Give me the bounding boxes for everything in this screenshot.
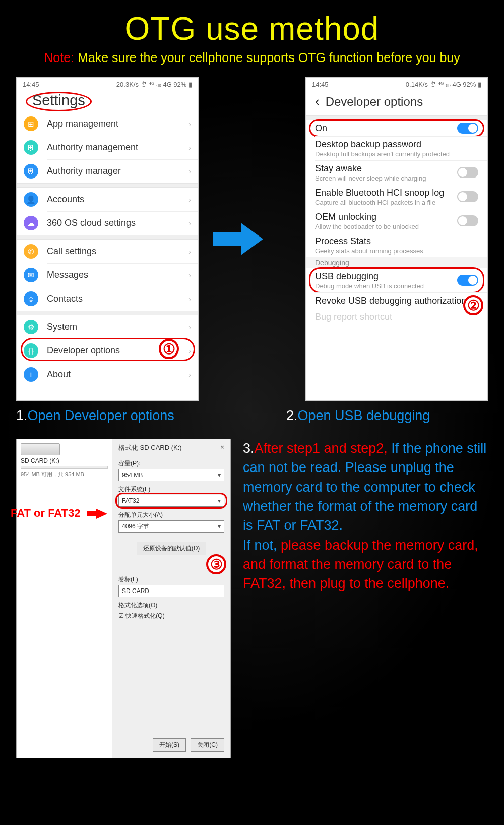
status-right: 0.14K/s ⏱ ⁴ᴳ ₍ₗₗ₎ 4G 92% ▮ [406,81,481,88]
quick-format-checkbox[interactable]: ☑ 快速格式化(Q) [118,612,224,620]
row-main: Revoke USB debugging authorizations [315,296,478,306]
dev-row[interactable]: Bug report shortcut [306,309,487,325]
row-icon: ⚙ [24,320,38,334]
fmt-opts-label: 格式化选项(O) [118,601,224,610]
settings-row[interactable]: ☺Contacts› [17,287,198,311]
alloc-dropdown[interactable]: 4096 字节 [118,520,224,533]
badge-step-3: ③ [206,554,226,574]
row-main: OEM unlocking [315,212,478,222]
row-main: Process Stats [315,236,478,247]
row-sub: Capture all bluetooth HCI packets in a f… [315,199,478,206]
badge-step-2: ② [463,295,483,315]
note-text: Make sure the your cellphone supports OT… [78,50,460,65]
dev-row[interactable]: USB debuggingDebug mode when USB is conn… [306,268,487,292]
step3-r1: After step1 and step2, [255,441,388,456]
settings-row[interactable]: iAbout› [17,363,198,386]
dev-row[interactable]: Stay awakeScreen will never sleep while … [306,160,487,185]
screenshot-developer: 14:45 0.14K/s ⏱ ⁴ᴳ ₍ₗₗ₎ 4G 92% ▮ ‹ Devel… [305,77,488,401]
dev-row[interactable]: Enable Bluetooth HCI snoop logCapture al… [306,185,487,209]
dev-row[interactable]: On [306,120,487,136]
row-label: Authority manager [47,166,121,176]
row-sub: Screen will never sleep while charging [315,174,478,182]
row-label: Contacts [47,293,83,304]
settings-row[interactable]: 👤Accounts› [17,188,198,211]
caption-1-num: 1. [16,408,28,423]
row-icon: ✆ [24,244,38,259]
row-icon: ⛨ [24,140,38,155]
format-dialog: 格式化 SD CARD (K:) × 容量(P): 954 MB 文件系统(F)… [112,439,230,758]
row-label: 360 OS cloud settings [47,218,136,228]
toggle[interactable] [457,167,478,178]
developer-list: OnDesktop backup passwordDesktop full ba… [306,120,487,325]
toggle[interactable] [457,123,478,134]
caption-1: 1.Open Developer options [16,401,252,430]
settings-row[interactable]: ✉Messages› [17,263,198,287]
close-icon[interactable]: × [220,443,224,452]
settings-row[interactable]: ⚙System› [17,315,198,339]
arrow-between [199,223,305,255]
row-icon: ☺ [24,291,38,306]
toggle[interactable] [457,215,478,226]
dev-row[interactable]: Revoke USB debugging authorizations [306,292,487,309]
settings-header: Settings [17,91,198,112]
row-label: Call settings [47,246,96,257]
captions-row: 1.Open Developer options 2.Open USB debu… [0,401,504,430]
caption-2-text: Open USB debugging [298,408,430,423]
capacity-dropdown[interactable]: 954 MB [118,469,224,481]
capacity-label: 容量(P): [118,459,224,468]
chevron-icon: › [188,347,191,355]
developer-header: ‹ Developer options [306,91,487,115]
row-label: Accounts [47,194,84,205]
row-main: On [315,123,478,134]
toggle[interactable] [457,275,478,286]
status-bar: 14:45 0.14K/s ⏱ ⁴ᴳ ₍ₗₗ₎ 4G 92% ▮ [306,78,487,91]
drive-sub: 954 MB 可用，共 954 MB [21,470,108,478]
chevron-icon: › [188,120,191,128]
row-icon: 👤 [24,192,38,207]
drive-title: SD CARD (K:) [21,457,108,464]
row-main: Desktop backup password [315,139,478,150]
status-time: 14:45 [23,81,39,88]
row-bottom: SD CARD (K:) 954 MB 可用，共 954 MB FAT or F… [0,430,504,758]
row-label: Authority management [47,142,138,153]
row-icon: ⛨ [24,164,38,179]
chevron-icon: › [188,371,191,379]
chevron-icon: › [188,248,191,256]
dev-row[interactable]: OEM unlockingAllow the bootloader to be … [306,209,487,233]
restore-defaults-button[interactable]: 还原设备的默认值(D) [137,542,207,555]
start-button[interactable]: 开始(S) [153,738,186,752]
row-sub: Allow the bootloader to be unlocked [315,223,478,230]
fat-label: FAT or FAT32 [11,507,81,520]
row-screenshots: 14:45 20.3K/s ⏱ ⁴ᴳ ₍ₗₗ₎ 4G 92% ▮ Setting… [0,77,504,401]
caption-1-text: Open Developer options [28,408,174,423]
row-label: Messages [47,270,88,280]
dialog-title: 格式化 SD CARD (K:) [118,443,182,452]
developer-title: Developer options [326,95,423,109]
chevron-icon: › [188,167,191,175]
badge-step-1: ① [159,339,179,359]
page-title: OTG use method [0,0,504,47]
settings-row[interactable]: ⛨Authority manager› [17,159,198,183]
settings-row[interactable]: ⊞App management› [17,112,198,136]
fs-dropdown[interactable]: FAT32 [118,495,224,507]
red-arrow-icon [96,509,107,519]
dev-row[interactable]: Process StatsGeeky stats about running p… [306,233,487,257]
settings-header-text: Settings [26,92,92,111]
settings-row[interactable]: ☁360 OS cloud settings› [17,211,198,235]
vol-input[interactable]: SD CARD [118,585,224,597]
back-icon[interactable]: ‹ [315,94,320,109]
settings-row[interactable]: ⛨Authority management› [17,136,198,159]
toggle[interactable] [457,191,478,202]
row-main: Enable Bluetooth HCI snoop log [315,188,478,198]
alloc-label: 分配单元大小(A) [118,511,224,519]
close-button[interactable]: 关闭(C) [191,738,224,752]
chevron-icon: › [188,323,191,331]
drive-bar [21,466,108,469]
drive-icon [21,443,60,455]
dev-row[interactable]: Desktop backup passwordDesktop full back… [306,136,487,160]
row-icon: i [24,367,38,382]
row-label: About [47,369,71,380]
chevron-icon: › [188,271,191,279]
dialog-buttons: 开始(S) 关闭(C) [153,738,224,752]
settings-row[interactable]: ✆Call settings› [17,240,198,263]
